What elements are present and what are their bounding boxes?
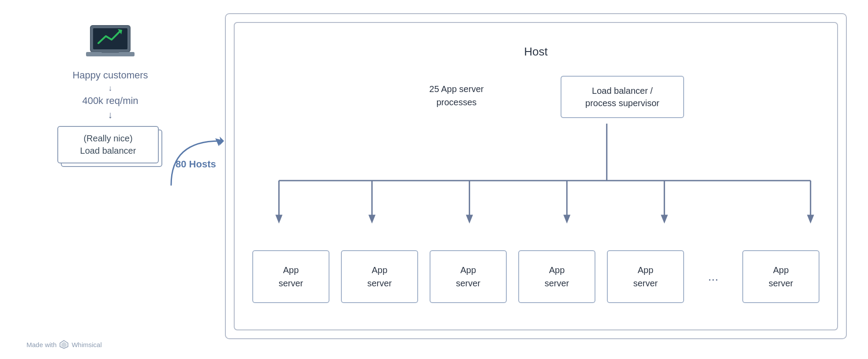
- whimsical-logo-icon: [59, 340, 69, 349]
- app-server-3: Appserver: [430, 250, 507, 303]
- app-server-2: Appserver: [341, 250, 418, 303]
- whimsical-brand: Whimsical: [71, 341, 101, 348]
- host-inner: Host 25 App server processes Load balanc…: [234, 22, 838, 330]
- host-container: Host 25 App server processes Load balanc…: [225, 13, 847, 339]
- arrow-down-2: ↓: [108, 109, 113, 121]
- app-server-6: Appserver: [742, 250, 819, 303]
- svg-marker-10: [275, 215, 282, 223]
- load-balancer-stack: (Really nice) Load balancer: [57, 126, 163, 170]
- happy-customers-label: Happy customers: [72, 70, 148, 81]
- svg-marker-12: [368, 215, 375, 223]
- svg-marker-14: [466, 215, 473, 223]
- lb-card-front: (Really nice) Load balancer: [57, 126, 159, 163]
- app-server-1: Appserver: [252, 250, 329, 303]
- canvas: Happy customers ↓ 400k req/min ↓ (Really…: [0, 0, 868, 359]
- svg-marker-18: [661, 215, 668, 223]
- ellipsis-separator: ...: [696, 250, 731, 303]
- made-with-text: Made with: [26, 341, 56, 348]
- curved-arrow-svg: [158, 128, 228, 198]
- laptop-icon: [86, 22, 135, 62]
- arrow-down-1: ↓: [108, 84, 112, 93]
- made-with-footer: Made with Whimsical: [26, 340, 102, 349]
- svg-rect-4: [101, 51, 119, 53]
- host-title: Host: [235, 45, 837, 59]
- lb-card-label: (Really nice) Load balancer: [80, 132, 136, 157]
- app-server-4: Appserver: [518, 250, 595, 303]
- svg-marker-22: [61, 342, 67, 348]
- app-processes-text: 25 App server processes: [412, 82, 501, 109]
- svg-marker-20: [807, 215, 814, 223]
- svg-marker-16: [563, 215, 570, 223]
- app-servers-row: Appserver Appserver Appserver Appserver …: [252, 250, 819, 303]
- app-server-5: Appserver: [607, 250, 684, 303]
- req-rate-label: 400k req/min: [82, 95, 138, 107]
- lb-supervisor-box: Load balancer / process supervisor: [561, 76, 684, 118]
